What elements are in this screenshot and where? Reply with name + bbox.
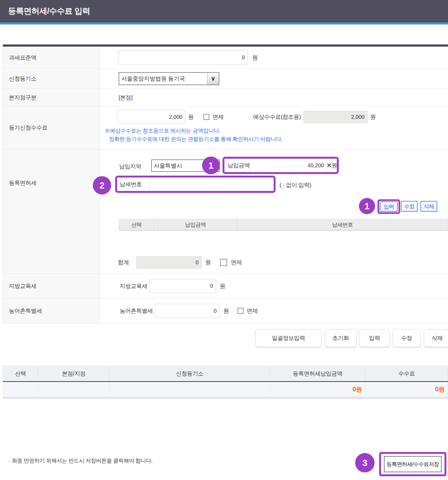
summary-table-bottom-edge <box>3 397 448 399</box>
license-tax-total-label: 합계 <box>118 259 129 266</box>
payment-region-label: 납입지역 <box>119 163 141 170</box>
summary-cell-branch <box>38 382 110 397</box>
license-tax-edit-button[interactable]: 수정 <box>401 201 418 212</box>
delete-button[interactable]: 삭제 <box>424 329 448 347</box>
row-license-tax: 등록면허세 납입지역 서울특별시 ∨ 1 납입금액 × 원 2 <box>3 149 448 274</box>
row-registry-office: 신청등기소 서울중앙지방법원 등기국 ∨ <box>3 69 448 89</box>
summary-header-registry: 신청등기소 <box>110 366 270 381</box>
save-button-highlight: 등록면허세/수수료저장 <box>379 452 446 476</box>
rural-special-tax-exempt-checkbox[interactable] <box>238 308 244 314</box>
license-tax-input-button[interactable]: 입력 <box>380 201 398 212</box>
payment-amount-highlight: 납입금액 × 원 <box>223 157 339 174</box>
local-edu-tax-label: 지방교육세 <box>3 274 100 298</box>
step-1-badge: 1 <box>202 156 220 174</box>
license-tax-label: 등록면허세 <box>3 149 100 273</box>
fee-note-line2: 정확한 등기수수료에 대한 문의는 관할등기소를 통해 확인하시기 바랍니다. <box>105 135 448 143</box>
page: 등록면허세/수수료 입력 과세표준액 원 신청등기소 서울중앙지방법원 등기국 … <box>0 0 448 480</box>
payment-amount-label: 납입금액 <box>224 159 250 172</box>
summary-cell-license-tax: 0원 <box>270 382 365 397</box>
tax-base-unit: 원 <box>252 54 258 61</box>
tax-number-label: 납세번호 <box>117 178 150 191</box>
tax-base-label: 과세표준액 <box>3 47 100 68</box>
license-tax-exempt-label: 면제 <box>231 259 242 266</box>
application-fee-unit: 원 <box>188 113 194 121</box>
summary-cell-select <box>3 382 38 397</box>
row-branch-type: 본지점구분 [본점] <box>3 89 448 106</box>
payment-region-selected: 서울특별시 <box>152 160 208 171</box>
fee-note-line1: ※예상수수료는 참조용으로 제시하는 금액입니다. <box>105 127 448 135</box>
input-button[interactable]: 입력 <box>359 329 390 347</box>
local-edu-tax-unit: 원 <box>220 282 225 290</box>
reset-button[interactable]: 초기화 <box>325 329 357 347</box>
grid-header-select: 선택 <box>119 219 154 230</box>
summary-cell-fee: 0원 <box>365 382 448 397</box>
summary-table: 선택 본점/지점 신청등기소 등록면허세납입금액 수수료 0원 0원 <box>3 366 448 399</box>
tax-number-input[interactable] <box>150 178 274 191</box>
payment-amount-input[interactable] <box>250 159 327 172</box>
clear-icon[interactable]: × <box>327 159 331 172</box>
rural-special-tax-input[interactable] <box>155 304 220 318</box>
license-tax-total-unit: 원 <box>205 259 211 266</box>
application-fee-exempt-checkbox[interactable] <box>203 114 209 120</box>
step-2-badge: 2 <box>93 176 111 194</box>
rural-special-tax-label: 농어촌특별세 <box>3 298 100 323</box>
tax-fee-form: 과세표준액 원 신청등기소 서울중앙지방법원 등기국 ∨ <box>3 44 448 324</box>
grid-header-tax-number: 납세번호 <box>237 219 448 230</box>
summary-header-fee: 수수료 <box>365 366 448 381</box>
summary-header-branch: 본점/지점 <box>38 366 110 381</box>
license-tax-grid-header: 선택 납입금액 납세번호 <box>119 219 448 231</box>
license-tax-delete-button[interactable]: 삭제 <box>421 201 437 212</box>
application-fee-label: 등기신청수수료 <box>3 106 100 149</box>
application-fee-input[interactable] <box>118 110 185 124</box>
license-tax-total-input <box>136 256 202 269</box>
tax-number-highlight: 납세번호 <box>115 176 276 193</box>
license-tax-exempt-checkbox[interactable] <box>220 259 227 266</box>
rural-special-tax-unit: 원 <box>223 307 229 315</box>
summary-table-header: 선택 본점/지점 신청등기소 등록면허세납입금액 수수료 <box>3 366 448 381</box>
row-local-edu-tax: 지방교육세 지방교육세 원 <box>3 274 448 298</box>
bulk-input-button[interactable]: 일괄정보입력 <box>255 329 322 347</box>
save-note: · 최종 반영하기 위해서는 반드시 저장버튼을 클릭해야 합니다. <box>9 457 153 464</box>
estimate-fee-label: 예상수수료(참조용) <box>253 113 301 121</box>
row-rural-special-tax: 농어촌특별세 농어촌특별세 원 면제 <box>3 298 448 324</box>
branch-type-label: 본지점구분 <box>3 89 100 106</box>
rural-special-tax-exempt-label: 면제 <box>247 307 258 315</box>
page-title: 등록면허세/수수료 입력 <box>0 0 448 16</box>
input-button-highlight: 입력 <box>378 199 400 214</box>
dropdown-arrow-icon[interactable]: ∨ <box>207 73 219 85</box>
registry-office-selected: 서울중앙지방법원 등기국 <box>119 73 207 85</box>
local-edu-tax-field-label: 지방교육세 <box>120 282 147 290</box>
page-header: 등록면허세/수수료 입력 <box>0 0 448 25</box>
summary-table-row[interactable]: 0원 0원 <box>3 382 448 397</box>
edit-button[interactable]: 수정 <box>393 329 421 347</box>
application-fee-exempt-label: 면제 <box>213 113 224 121</box>
estimate-fee-input <box>304 111 368 123</box>
tax-number-hint: ( - 없이 입력) <box>280 181 311 189</box>
rural-special-tax-field-label: 농어촌특별세 <box>120 307 153 315</box>
step-1-badge: 1 <box>359 198 375 214</box>
grid-header-amount: 납입금액 <box>154 219 237 230</box>
step-3-badge: 3 <box>355 453 375 472</box>
row-tax-base: 과세표준액 원 <box>3 47 448 69</box>
registry-office-label: 신청등기소 <box>3 69 100 89</box>
tax-base-input[interactable] <box>119 50 248 65</box>
row-application-fee: 등기신청수수료 원 면제 예상수수료(참조용) 원 ※예상수수료는 참조용으로 … <box>3 106 448 149</box>
summary-cell-registry <box>110 382 270 397</box>
payment-amount-unit: 원 <box>331 159 337 172</box>
branch-type-value: [본점] <box>119 94 133 101</box>
estimate-fee-unit: 원 <box>370 113 376 121</box>
summary-header-select: 선택 <box>3 366 38 381</box>
summary-header-license-tax: 등록면허세납입금액 <box>270 366 365 381</box>
registry-office-select[interactable]: 서울중앙지방법원 등기국 ∨ <box>119 72 219 85</box>
save-button[interactable]: 등록면허세/수수료저장 <box>384 456 442 472</box>
local-edu-tax-input[interactable] <box>150 279 216 293</box>
